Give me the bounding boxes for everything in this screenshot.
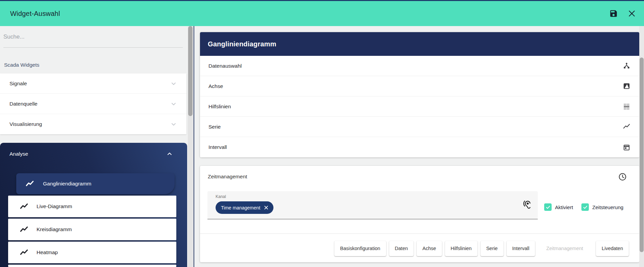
analyse-panel: Analyse Gangliniendiagramm Live-Diagramm… — [0, 143, 187, 267]
checkbox-group-zeitsteuerung: Zeitsteuerung — [581, 203, 623, 211]
livedaten-button[interactable]: Livedaten — [596, 241, 629, 256]
kanal-field-label: Kanal — [216, 194, 226, 199]
kanal-field[interactable]: Kanal Time management — [207, 191, 538, 219]
calendar-icon — [623, 143, 630, 151]
sidebar-item-live-diagramm[interactable]: Live-Diagramm — [8, 196, 176, 217]
sidebar: Scada Widgets Signale Datenquelle Visual… — [0, 26, 187, 267]
daten-button[interactable]: Daten — [389, 241, 414, 256]
line-chart-icon — [623, 123, 630, 131]
config-row-label: Hilfslinien — [208, 104, 231, 110]
sidebar-scrollbar-thumb[interactable] — [188, 26, 193, 116]
sidebar-item-partial[interactable] — [8, 265, 176, 267]
checkbox-group-aktiviert: Aktiviert — [544, 203, 573, 211]
sidebar-item-label: Kreisdiagramm — [37, 226, 72, 232]
zeitmanagement-button: Zeitmanagement — [538, 241, 591, 256]
main-scrollbar-thumb[interactable] — [640, 58, 644, 252]
line-chart-icon — [25, 179, 34, 188]
close-icon — [627, 9, 636, 18]
config-row-achse[interactable]: Achse — [200, 76, 639, 96]
config-row-label: Serie — [208, 124, 221, 130]
aktiviert-checkbox[interactable] — [544, 203, 552, 211]
achse-button[interactable]: Achse — [417, 241, 442, 256]
search-input[interactable] — [3, 26, 183, 48]
chevron-up-icon — [165, 150, 174, 158]
image-axis-icon — [623, 82, 630, 90]
branch-icon — [623, 62, 630, 70]
accordion-signale[interactable]: Signale — [0, 73, 186, 94]
sidebar-item-kreisdiagramm[interactable]: Kreisdiagramm — [8, 219, 176, 240]
panel-divider — [194, 26, 194, 267]
widget-accordion-list: Signale Datenquelle Visualisierung — [0, 73, 186, 134]
zeitmanagement-card: Zeitmanagement Kanal Time management — [200, 166, 639, 262]
accordion-label: Signale — [9, 81, 27, 87]
sidebar-scrollbar-track[interactable] — [188, 26, 193, 267]
sidebar-item-heatmap[interactable]: Heatmap — [8, 242, 176, 263]
config-row-label: Achse — [208, 83, 223, 89]
config-row-label: Intervall — [208, 144, 227, 150]
intervall-button[interactable]: Intervall — [507, 241, 535, 256]
accordion-datenquelle[interactable]: Datenquelle — [0, 94, 186, 114]
accordion-analyse[interactable]: Analyse — [0, 143, 187, 165]
config-row-serie[interactable]: Serie — [200, 117, 639, 137]
line-chart-icon — [20, 202, 28, 211]
basiskonfiguration-button[interactable]: Basiskonfiguration — [334, 241, 386, 256]
footer-button-bar: Basiskonfiguration Daten Achse Hilfslini… — [334, 241, 629, 256]
hilfslinien-button[interactable]: Hilfslinien — [445, 241, 478, 256]
top-accent-line — [0, 0, 644, 1]
hearing-icon[interactable] — [522, 200, 532, 211]
config-row-hilfslinien[interactable]: Hilfslinien — [200, 96, 639, 117]
widget-config-header: Gangliniendiagramm — [200, 32, 639, 56]
config-row-datenauswahl[interactable]: Datenauswahl — [200, 56, 639, 76]
sidebar-item-label: Live-Diagramm — [37, 203, 72, 209]
close-button[interactable] — [627, 9, 637, 18]
sidebar-section-label: Scada Widgets — [4, 62, 39, 68]
section-title: Zeitmanagement — [208, 174, 247, 180]
clock-icon — [618, 172, 627, 181]
channel-chip[interactable]: Time management — [216, 201, 273, 214]
page-title: Gangliniendiagramm — [208, 40, 276, 48]
chip-remove-icon[interactable] — [264, 205, 269, 210]
line-chart-icon — [20, 225, 28, 234]
serie-button[interactable]: Serie — [481, 241, 504, 256]
sidebar-item-label: Gangliniendiagramm — [43, 181, 91, 187]
chevron-down-icon — [170, 80, 178, 88]
config-row-intervall[interactable]: Intervall — [200, 137, 639, 157]
aktiviert-label[interactable]: Aktiviert — [555, 204, 573, 210]
zeitsteuerung-checkbox[interactable] — [581, 203, 589, 211]
zeitsteuerung-label[interactable]: Zeitsteuerung — [592, 204, 623, 210]
gridlines-icon — [623, 103, 630, 110]
config-row-label: Datenauswahl — [208, 63, 242, 69]
channel-chip-label: Time management — [221, 205, 260, 210]
titlebar: Widget-Auswahl — [0, 1, 644, 26]
save-button[interactable] — [609, 9, 618, 18]
accordion-visualisierung[interactable]: Visualisierung — [0, 114, 186, 134]
sidebar-item-gangliniendiagramm[interactable]: Gangliniendiagramm — [16, 173, 175, 194]
accordion-label: Visualisierung — [9, 121, 42, 127]
footer-divider — [200, 233, 639, 234]
save-icon — [609, 9, 618, 18]
chevron-down-icon — [170, 120, 178, 128]
analyse-label: Analyse — [9, 151, 28, 157]
sidebar-item-label: Heatmap — [37, 249, 58, 255]
main-panel: Gangliniendiagramm Datenauswahl Achse Hi… — [195, 26, 644, 267]
line-chart-icon — [20, 248, 28, 257]
window-title: Widget-Auswahl — [10, 10, 60, 18]
accordion-label: Datenquelle — [9, 101, 38, 107]
chevron-down-icon — [170, 100, 178, 108]
main-scrollbar-track[interactable] — [639, 26, 644, 267]
widget-config-card: Gangliniendiagramm Datenauswahl Achse Hi… — [200, 32, 639, 157]
